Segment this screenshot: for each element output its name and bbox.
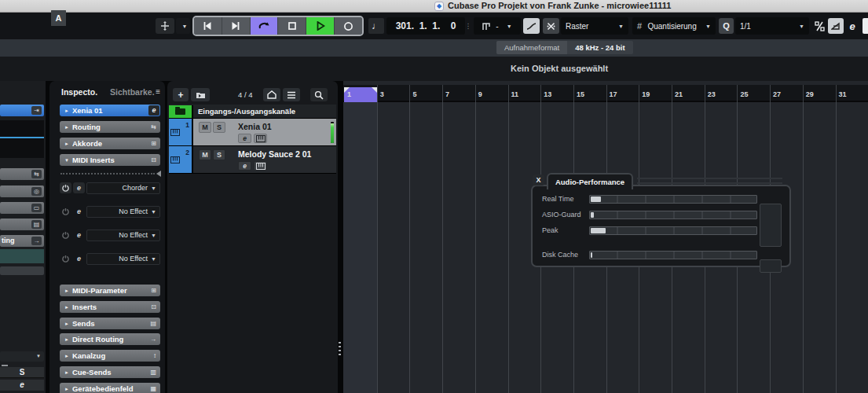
inspector-section-xenia-01[interactable]: ►Xenia 01e	[60, 105, 160, 116]
edit-channel-settings-button[interactable]: e	[148, 105, 159, 116]
track-row-xenia-01[interactable]: 1MSXenia 01e	[169, 119, 336, 146]
section-bar[interactable]: ▭	[0, 202, 44, 214]
auto-scroll-button[interactable]	[156, 18, 174, 34]
insert-effect-selector[interactable]: No Effect▼	[86, 253, 160, 265]
section-label: Direct Routing	[72, 335, 150, 343]
add-track-button[interactable]: +	[173, 88, 189, 101]
keyboard-icon-button[interactable]	[254, 134, 267, 143]
edit-icon[interactable]: e	[73, 206, 85, 217]
disclosure-arrow[interactable]: ►	[64, 370, 69, 375]
insert-rack-divider[interactable]	[60, 173, 155, 174]
power-icon[interactable]	[60, 182, 71, 193]
clipped-toolbar-icon[interactable]	[863, 18, 868, 34]
record-format-badge[interactable]: Aufnahmeformat 48 kHz - 24 bit	[496, 41, 633, 54]
power-icon[interactable]	[60, 206, 71, 217]
inspector-section-ger-tebedienfeld[interactable]: ►Gerätebedienfeld▦	[60, 383, 160, 393]
disclosure-arrow[interactable]: ►	[64, 288, 69, 293]
hamburger-menu-icon[interactable]: ≡	[156, 87, 160, 96]
edit-instrument-button[interactable]: e	[238, 161, 251, 171]
inspector-section-kanalzug[interactable]: ►Kanalzug↕	[60, 350, 160, 362]
inspector-section-inserts[interactable]: ►Inserts⊡	[60, 301, 160, 313]
section-bar[interactable]: ting →	[0, 235, 44, 247]
record-button[interactable]	[335, 17, 362, 35]
inspector-section-midi-parameter[interactable]: ►MIDI-Parameter⊞	[60, 285, 160, 296]
inspector-section-direct-routing[interactable]: ►Direct Routing→	[60, 333, 160, 345]
power-icon[interactable]	[60, 253, 71, 264]
edit-icon[interactable]: e	[73, 230, 85, 241]
track-defaults-button[interactable]	[263, 88, 280, 101]
disclosure-arrow[interactable]: ►	[64, 321, 69, 326]
edit-instrument-button[interactable]: e	[238, 134, 251, 143]
divider-handle[interactable]	[339, 342, 342, 358]
tab-visibility[interactable]: Sichtbarke.	[110, 87, 155, 97]
fader-line[interactable]	[0, 137, 44, 138]
inspector-section-cue-sends[interactable]: ►Cue-Sends▥	[60, 366, 160, 378]
solo-button[interactable]: S	[213, 149, 225, 160]
disclosure-arrow[interactable]: ►	[64, 387, 69, 391]
automation-button-a[interactable]: A	[51, 10, 66, 26]
insert-effect-selector[interactable]: Chorder▼	[86, 182, 160, 194]
disclosure-arrow[interactable]: ►	[64, 141, 69, 146]
disclosure-arrow[interactable]: ▼	[64, 158, 69, 163]
edit-icon[interactable]: e	[73, 182, 85, 193]
mute-button[interactable]: M	[199, 149, 211, 160]
automation-curve-button[interactable]	[523, 18, 540, 34]
close-button[interactable]: X	[533, 174, 544, 185]
bar-tick	[377, 85, 378, 102]
preset-dropdown[interactable]: ▼	[0, 351, 44, 362]
quantize-selector[interactable]: # Quantisierung ▼	[632, 17, 716, 35]
inspector-section-sends[interactable]: ►Sends▤	[60, 318, 160, 329]
inspector-section-routing[interactable]: ►Routing⇆	[60, 121, 160, 133]
track-row-melody-sauce-2-01[interactable]: 2MSMelody Sauce 2 01e	[169, 146, 336, 174]
tempo-selector[interactable]: - ▼	[474, 17, 521, 35]
inspector-section-akkorde[interactable]: ►Akkorde⊞	[60, 138, 160, 149]
edit-button[interactable]: e	[0, 380, 44, 391]
disclosure-arrow[interactable]: ►	[64, 125, 69, 130]
mute-button[interactable]: M	[199, 122, 211, 133]
strip-teal-bar[interactable]	[0, 249, 44, 263]
use-track-preset-button[interactable]	[191, 88, 210, 101]
folder-track-row[interactable]: Eingangs-/Ausgangskanäle	[169, 105, 336, 119]
section-bar[interactable]: ⇆	[0, 168, 44, 180]
iterative-quantize-button[interactable]	[828, 18, 844, 34]
insert-effect-name: Chorder	[123, 184, 148, 192]
insert-effect-selector[interactable]: No Effect▼	[86, 230, 160, 241]
disclosure-arrow[interactable]: ►	[64, 108, 69, 113]
insert-effect-selector[interactable]: No Effect▼	[86, 206, 160, 218]
track-visibility-agents-button[interactable]	[283, 88, 300, 101]
disclosure-arrow[interactable]: ►	[64, 354, 69, 358]
find-tracks-button[interactable]	[310, 88, 328, 101]
quantize-q-icon[interactable]: Q	[719, 18, 734, 34]
stop-button[interactable]	[278, 17, 306, 35]
metronome-note-icon[interactable]: ♩	[368, 18, 384, 34]
go-to-next-marker-button[interactable]	[222, 17, 251, 35]
transport-position-display[interactable]: 301. 1. 1. 0	[386, 17, 465, 35]
strip-gray-bar[interactable]	[0, 266, 44, 275]
section-bar[interactable]: ◎	[0, 185, 44, 197]
power-icon[interactable]	[60, 230, 71, 241]
window-title-tab[interactable]: Audio-Performance	[547, 173, 633, 189]
disclosure-arrow[interactable]: ►	[64, 305, 69, 310]
keyboard-icon-button[interactable]	[254, 161, 267, 171]
solo-button[interactable]: S	[0, 367, 44, 378]
go-to-previous-marker-button[interactable]	[194, 17, 222, 35]
quantize-preset-selector[interactable]: 1/1 ▼	[735, 17, 809, 35]
section-bar[interactable]: ▤	[0, 219, 44, 230]
channel-title-bar[interactable]: ⇥	[0, 105, 44, 116]
inspector-section-midi-inserts[interactable]: ▼MIDI Inserts⊟	[60, 154, 160, 166]
sends-icon: ▤	[150, 320, 156, 327]
disclosure-arrow[interactable]: ►	[64, 337, 69, 342]
auto-scroll-dropdown[interactable]: ▼	[176, 18, 190, 34]
snap-on-off-button[interactable]	[543, 18, 559, 34]
drag-grip[interactable]	[637, 178, 782, 184]
solo-button[interactable]: S	[213, 122, 225, 133]
info-line: Kein Objekt ausgewählt	[0, 57, 868, 81]
play-button[interactable]	[306, 17, 335, 35]
quantize-panel-button[interactable]: e	[845, 18, 859, 34]
timeline-ruler[interactable]: 135791113151719212325272931	[343, 85, 868, 102]
edit-icon[interactable]: e	[73, 253, 85, 264]
tab-inspector[interactable]: Inspecto.	[61, 87, 97, 97]
cycle-button[interactable]	[251, 17, 279, 35]
swing-quantize-icon[interactable]	[812, 18, 826, 34]
snap-type-selector[interactable]: Raster ▼	[561, 17, 628, 35]
